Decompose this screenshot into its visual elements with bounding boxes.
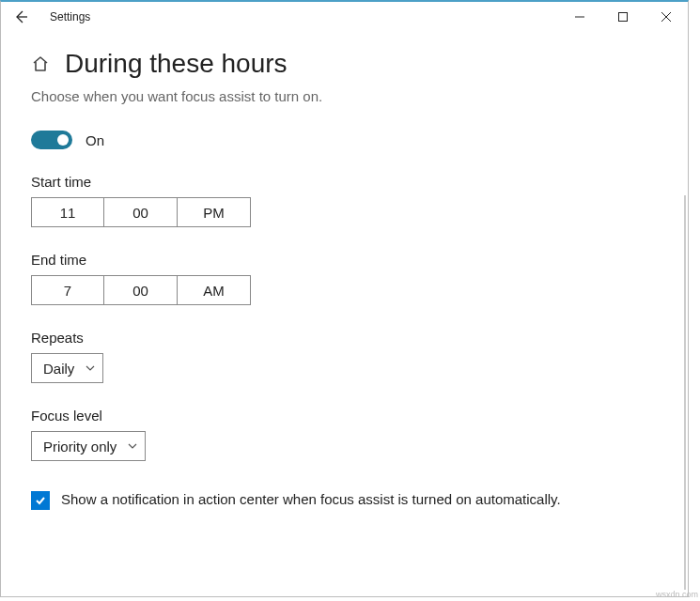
titlebar: Settings <box>1 2 688 32</box>
start-time-label: Start time <box>31 174 688 190</box>
start-minute-cell[interactable]: 00 <box>104 197 178 227</box>
repeats-label: Repeats <box>31 330 688 346</box>
start-hour-cell[interactable]: 11 <box>31 197 104 227</box>
page-subtitle: Choose when you want focus assist to tur… <box>31 88 688 104</box>
home-icon <box>31 54 50 73</box>
back-arrow-icon <box>13 9 28 24</box>
chevron-down-icon <box>86 365 95 371</box>
content-area: During these hours Choose when you want … <box>1 32 688 596</box>
window-controls <box>558 2 688 32</box>
end-minute-cell[interactable]: 00 <box>104 275 178 305</box>
page-title: During these hours <box>65 49 288 79</box>
watermark: wsxdn.com <box>656 590 698 599</box>
focus-assist-toggle[interactable] <box>31 131 72 149</box>
focus-level-value: Priority only <box>43 439 117 455</box>
toggle-knob <box>57 134 69 146</box>
focus-level-dropdown[interactable]: Priority only <box>31 431 146 461</box>
close-button[interactable] <box>645 2 688 32</box>
end-time-picker[interactable]: 7 00 AM <box>31 275 688 305</box>
home-button[interactable] <box>31 54 50 73</box>
toggle-row: On <box>31 131 688 149</box>
notification-checkbox-label: Show a notification in action center whe… <box>61 489 561 510</box>
toggle-label: On <box>86 132 104 148</box>
chevron-down-icon <box>128 443 137 449</box>
back-button[interactable] <box>8 5 33 29</box>
check-icon <box>34 494 47 507</box>
repeats-value: Daily <box>43 361 74 377</box>
focus-level-label: Focus level <box>31 408 688 424</box>
settings-window: Settings During these hours Choose when … <box>0 0 689 597</box>
header-row: During these hours <box>31 49 688 79</box>
minimize-icon <box>575 12 584 22</box>
svg-rect-1 <box>619 13 628 22</box>
start-ampm-cell[interactable]: PM <box>178 197 251 227</box>
maximize-icon <box>618 12 628 22</box>
notification-checkbox[interactable] <box>31 491 50 510</box>
minimize-button[interactable] <box>558 2 601 32</box>
app-title: Settings <box>50 10 90 23</box>
end-ampm-cell[interactable]: AM <box>178 275 251 305</box>
notification-checkbox-row: Show a notification in action center whe… <box>31 489 576 510</box>
repeats-dropdown[interactable]: Daily <box>31 353 103 383</box>
end-hour-cell[interactable]: 7 <box>31 275 104 305</box>
maximize-button[interactable] <box>601 2 645 32</box>
start-time-picker[interactable]: 11 00 PM <box>31 197 688 227</box>
scrollbar[interactable] <box>684 195 686 590</box>
end-time-label: End time <box>31 252 688 268</box>
close-icon <box>661 12 671 22</box>
